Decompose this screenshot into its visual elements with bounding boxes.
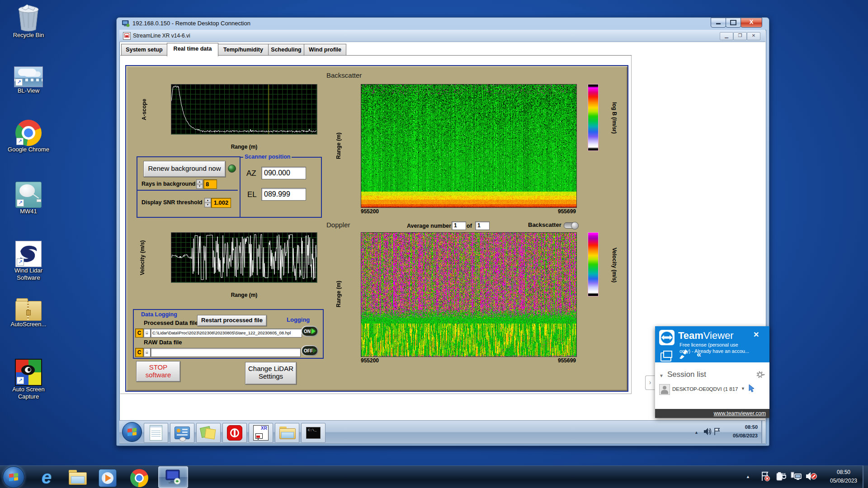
renew-background-button[interactable]: Renew background now bbox=[143, 161, 226, 177]
remote-taskbar-explorer[interactable] bbox=[275, 423, 299, 443]
scanner-position-group bbox=[240, 157, 322, 218]
rdp-app-icon bbox=[122, 20, 130, 27]
raw-data-file-label: RAW Data file bbox=[144, 339, 182, 346]
session-connect-cursor-icon[interactable] bbox=[748, 384, 755, 392]
vi-minimize-button[interactable]: ▁ bbox=[720, 32, 733, 40]
cmd-icon: C:\_ bbox=[306, 427, 321, 439]
rays-spinner[interactable]: ▲▼ bbox=[196, 179, 202, 188]
teamviewer-license-text: Free license (personal use only) - Alrea… bbox=[679, 342, 749, 354]
teamviewer-copy-icon[interactable] bbox=[660, 352, 671, 361]
teamviewer-close-icon[interactable]: ✕ bbox=[753, 330, 759, 339]
average-number-field[interactable]: 1 bbox=[452, 221, 466, 230]
backscatter-ylabel: Range (m) bbox=[335, 121, 342, 171]
sticky-notes-icon bbox=[201, 426, 216, 440]
remote-taskbar-cmd[interactable]: C:\_ bbox=[301, 423, 326, 443]
remote-tray-expand-icon[interactable]: ▲ bbox=[694, 430, 698, 435]
remote-taskbar-settings[interactable] bbox=[170, 423, 194, 443]
stop-line1: STOP bbox=[137, 363, 180, 371]
velocity-xlabel: Range (m) bbox=[185, 292, 303, 298]
teamviewer-title-bold: Team bbox=[678, 330, 703, 341]
doppler-heatmap bbox=[361, 232, 577, 357]
stop-software-button[interactable]: STOP software bbox=[136, 361, 180, 382]
backscatter-x-end: 955699 bbox=[540, 208, 576, 215]
toggle-knob bbox=[571, 222, 579, 230]
off-label: OFF bbox=[304, 348, 313, 353]
teamviewer-title: TeamViewer bbox=[678, 330, 734, 342]
teamviewer-title-light: Viewer bbox=[703, 330, 734, 341]
maximize-button[interactable] bbox=[726, 18, 741, 28]
stop-app-icon bbox=[227, 425, 242, 441]
remote-taskbar-notepad[interactable] bbox=[144, 423, 168, 443]
remote-taskbar-sticky-notes[interactable] bbox=[196, 423, 221, 443]
close-button[interactable]: X bbox=[741, 18, 762, 28]
tab-wind-profile[interactable]: Wind profile bbox=[304, 44, 346, 56]
remote-clock[interactable]: 08:50 05/08/2023 bbox=[722, 423, 758, 440]
remote-action-center-flag-icon[interactable] bbox=[713, 427, 722, 436]
rays-value-field[interactable]: 8 bbox=[203, 179, 217, 189]
az-value-field[interactable]: 090.000 bbox=[261, 167, 306, 179]
raw-logging-off-switch[interactable]: OFF bbox=[301, 345, 318, 356]
rdp-window-title: 192.168.0.150 - Remote Desktop Connectio… bbox=[132, 20, 250, 27]
backscatter-x-start: 955200 bbox=[361, 208, 379, 215]
minimize-button[interactable] bbox=[711, 18, 726, 28]
license-line2: only) - Already have an accou... bbox=[679, 348, 749, 354]
teamviewer-collapse-handle[interactable]: › bbox=[645, 375, 655, 390]
teamviewer-brush-icon[interactable] bbox=[679, 350, 689, 360]
session-settings-gear-icon[interactable] bbox=[757, 371, 765, 378]
of-label: of bbox=[467, 223, 472, 229]
raw-path-type-icon: ⌸ bbox=[143, 348, 151, 357]
session-list-label: Session list bbox=[667, 370, 706, 379]
scanner-position-title: Scanner position bbox=[243, 154, 292, 160]
streamline-xr-icon: XR bbox=[253, 425, 269, 441]
tab-scheduling[interactable]: Scheduling bbox=[268, 44, 304, 56]
doppler-title: Doppler bbox=[326, 221, 350, 229]
raw-drive-box[interactable]: C bbox=[135, 348, 143, 357]
remote-taskbar-streamline-xr[interactable]: XR bbox=[249, 423, 273, 443]
on-arrow-icon bbox=[311, 328, 316, 334]
data-logging-title: Data Logging bbox=[141, 311, 177, 318]
rays-label: Rays in background bbox=[142, 181, 195, 187]
processed-logging-on-switch[interactable]: ON bbox=[301, 326, 318, 337]
session-list-expander-icon[interactable]: ▼ bbox=[659, 373, 664, 378]
backscatter-heatmap bbox=[361, 84, 577, 208]
group-divider bbox=[137, 190, 238, 191]
processed-path-field[interactable]: C:\Lidar\Data\Proc\2023\202308\20230805\… bbox=[151, 328, 302, 338]
el-value-field[interactable]: 089.999 bbox=[261, 188, 306, 201]
settings-panel-icon bbox=[175, 427, 190, 439]
remote-taskbar-stop-app[interactable] bbox=[222, 423, 247, 443]
processed-drive-box[interactable]: C bbox=[135, 328, 143, 338]
teamviewer-panel: TeamViewer ✕ Free license (personal use … bbox=[655, 326, 769, 418]
vi-close-button[interactable]: ✕ bbox=[747, 32, 760, 40]
teamviewer-logo-icon bbox=[659, 330, 675, 345]
teamviewer-collapse-icon[interactable]: « bbox=[697, 350, 701, 359]
tab-real-time-data[interactable]: Real time data bbox=[167, 43, 218, 56]
remote-start-button[interactable] bbox=[122, 422, 142, 442]
vi-titlebar[interactable]: StreamLine XR v14-6.vi bbox=[119, 30, 765, 42]
raw-path-field[interactable] bbox=[151, 348, 301, 357]
teamviewer-website-link[interactable]: www.teamviewer.com bbox=[714, 410, 766, 417]
off-arrow-icon bbox=[313, 348, 317, 353]
average-of-field[interactable]: 1 bbox=[475, 221, 490, 230]
backscatter-toggle-label: Backscatter bbox=[528, 221, 561, 228]
license-line1: Free license (personal use bbox=[679, 342, 749, 348]
teamviewer-body: ▼ Session list DESKTOP-OE0QDVI (1 817 93… bbox=[655, 362, 769, 409]
vi-restore-button[interactable]: ❐ bbox=[733, 32, 747, 40]
change-line1: Change LiDAR bbox=[245, 365, 296, 372]
velocity-ylabel: Velocity (m/s) bbox=[139, 233, 146, 282]
restart-processed-file-button[interactable]: Restart processed file bbox=[197, 315, 267, 326]
change-lidar-settings-button[interactable]: Change LiDAR Settings bbox=[245, 362, 297, 385]
remote-show-desktop[interactable] bbox=[761, 421, 766, 443]
snr-spinner[interactable]: ▲▼ bbox=[204, 198, 210, 207]
backscatter-title: Backscatter bbox=[326, 71, 362, 79]
vi-app-icon bbox=[123, 32, 131, 40]
tab-temp-humidity[interactable]: Temp/humidity bbox=[218, 44, 269, 56]
tab-system-setup[interactable]: System setup bbox=[121, 44, 167, 56]
remote-speaker-icon[interactable] bbox=[703, 427, 712, 436]
session-item[interactable]: DESKTOP-OE0QDVI (1 817 937 bbox=[672, 386, 739, 392]
windows-logo-icon bbox=[127, 428, 137, 436]
session-dropdown-icon[interactable]: ▼ bbox=[741, 386, 745, 391]
backscatter-toggle[interactable] bbox=[564, 222, 578, 229]
rdp-titlebar[interactable]: 192.168.0.150 - Remote Desktop Connectio… bbox=[116, 17, 769, 30]
snr-value-field[interactable]: 1.002 bbox=[211, 198, 231, 208]
ascope-ylabel: A-scope bbox=[141, 87, 147, 132]
